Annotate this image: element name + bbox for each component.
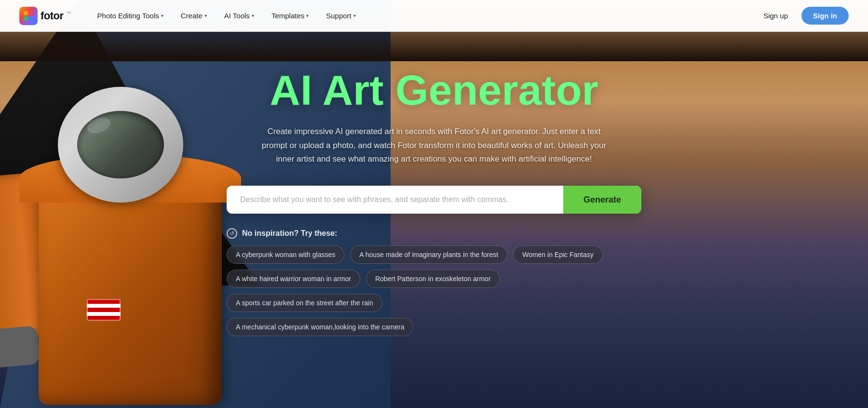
flag-patch	[87, 299, 121, 321]
chip-house-plants[interactable]: A house made of imaginary plants in the …	[350, 245, 507, 264]
chips-row-1: A cyberpunk woman with glasses A house m…	[227, 245, 641, 264]
chips-row-3: A mechanical cyberpunk woman,looking int…	[227, 318, 641, 336]
suit-glove-left	[0, 326, 40, 369]
svg-rect-3	[29, 16, 33, 21]
logo[interactable]: fotor ™	[19, 7, 71, 25]
chip-cyberpunk-woman[interactable]: A cyberpunk woman with glasses	[227, 245, 344, 264]
nav-actions: Sign up Sign in	[757, 7, 849, 25]
helmet-visor	[77, 111, 164, 178]
page-title: AI Art Generator	[227, 69, 641, 111]
inspiration-label: No inspiration? Try these:	[242, 229, 337, 238]
logo-text: fotor	[41, 10, 64, 22]
hero-subtitle: Create impressive AI generated art in se…	[260, 125, 608, 167]
nav-links: Photo Editing Tools ▾ Create ▾ AI Tools …	[91, 8, 757, 24]
chevron-down-icon: ▾	[161, 13, 163, 18]
logo-icon	[19, 7, 38, 25]
signin-button[interactable]: Sign in	[801, 7, 849, 25]
signup-button[interactable]: Sign up	[757, 8, 795, 24]
generate-button[interactable]: Generate	[563, 186, 641, 214]
search-input[interactable]	[227, 186, 563, 214]
chevron-down-icon: ▾	[252, 13, 254, 18]
chip-women-fantasy[interactable]: Women in Epic Fantasy	[513, 245, 603, 264]
nav-support[interactable]: Support ▾	[319, 8, 363, 24]
svg-rect-1	[29, 11, 33, 15]
inspiration-label-row: ↺ No inspiration? Try these:	[227, 228, 641, 239]
hero-section: AI Art Generator Create impressive AI ge…	[0, 0, 868, 408]
hero-content: AI Art Generator Create impressive AI ge…	[217, 69, 651, 342]
chevron-down-icon: ▾	[204, 13, 207, 18]
visor-reflection	[85, 114, 112, 136]
chip-mechanical-cyberpunk[interactable]: A mechanical cyberpunk woman,looking int…	[227, 318, 413, 336]
suit-helmet	[58, 87, 183, 203]
chips-row-2: A white haired warrior woman in armor Ro…	[227, 270, 641, 312]
nav-create[interactable]: Create ▾	[174, 8, 214, 24]
svg-rect-2	[24, 16, 28, 21]
chip-warrior-woman[interactable]: A white haired warrior woman in armor	[227, 270, 360, 288]
nav-photo-editing[interactable]: Photo Editing Tools ▾	[91, 8, 170, 24]
refresh-icon: ↺	[227, 228, 237, 239]
chip-robert-exoskeleton[interactable]: Robert Patterson in exoskeleton armor	[366, 270, 500, 288]
inspiration-row: ↺ No inspiration? Try these: A cyberpunk…	[227, 228, 641, 336]
nav-templates[interactable]: Templates ▾	[265, 8, 315, 24]
search-bar: Generate	[227, 186, 641, 214]
nav-ai-tools[interactable]: AI Tools ▾	[217, 8, 261, 24]
navbar: fotor ™ Photo Editing Tools ▾ Create ▾ A…	[0, 0, 868, 32]
svg-rect-0	[24, 11, 28, 15]
astronaut-suit	[19, 68, 251, 405]
chevron-down-icon: ▾	[306, 13, 309, 18]
chip-sports-car[interactable]: A sports car parked on the street after …	[227, 294, 382, 312]
chevron-down-icon: ▾	[353, 13, 356, 18]
